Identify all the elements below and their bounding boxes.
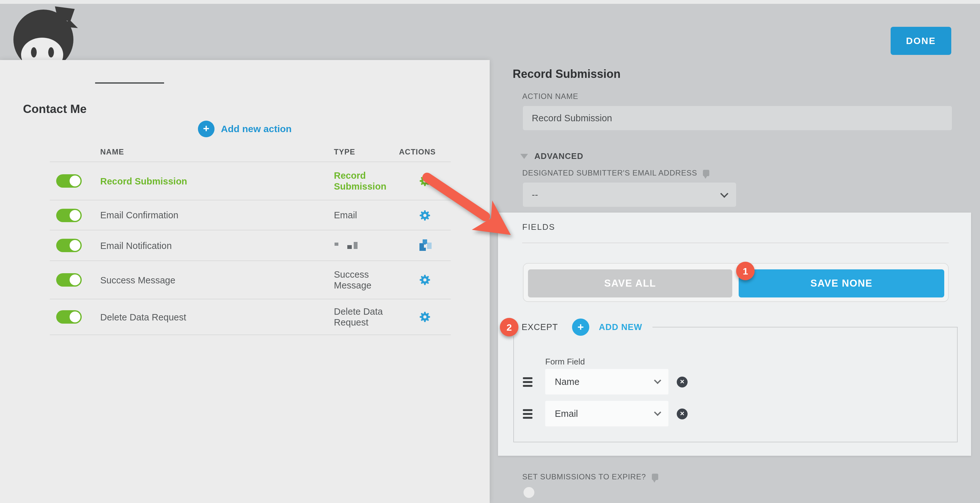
gear-icon[interactable]	[399, 210, 451, 221]
except-label: EXCEPT	[522, 322, 558, 332]
form-field-select[interactable]: Name	[545, 369, 668, 395]
advanced-label: ADVANCED	[535, 151, 583, 161]
drawer-title: Record Submission	[513, 68, 620, 81]
action-name: Email Notification	[100, 240, 334, 250]
chevron-down-icon	[654, 409, 662, 416]
action-name: Delete Data Request	[100, 312, 334, 322]
toggle-email-notification[interactable]	[56, 239, 82, 252]
gear-icon[interactable]	[399, 175, 451, 186]
expire-label: SET SUBMISSIONS TO EXPIRE?	[522, 472, 658, 481]
table-row-record-submission: Record Submission Record Submission	[50, 162, 451, 201]
drag-handle-icon[interactable]	[523, 409, 533, 419]
action-type: Delete Data Request	[334, 306, 399, 328]
action-name-input[interactable]: Record Submission	[523, 106, 952, 130]
annotation-badge-2: 2	[500, 318, 519, 336]
designated-submitter-select[interactable]: --	[523, 183, 736, 207]
help-tooltip-icon[interactable]	[703, 170, 709, 176]
add-new-except-button[interactable]: ADD NEW	[599, 322, 642, 332]
ninja-forms-logo	[13, 6, 78, 60]
form-title: Contact Me	[23, 102, 86, 116]
help-tooltip-icon[interactable]	[652, 474, 658, 480]
toggle-record-submission[interactable]	[56, 174, 82, 188]
actions-table: NAME TYPE ACTIONS Record Submission Reco…	[50, 142, 451, 335]
ninja-forms-builder: Form Fields Emails & Actions Advanced Co…	[0, 0, 980, 503]
column-header-name: NAME	[100, 147, 334, 156]
action-name: Record Submission	[100, 176, 334, 186]
caret-down-icon	[520, 153, 528, 159]
column-header-actions: ACTIONS	[399, 147, 451, 156]
action-type: Success Message	[334, 269, 399, 291]
plus-icon: +	[198, 120, 215, 137]
action-name-value: Record Submission	[532, 113, 612, 123]
column-header-type: TYPE	[334, 147, 399, 156]
fields-label: FIELDS	[522, 222, 555, 232]
divider	[522, 243, 949, 243]
save-all-button[interactable]: SAVE ALL	[528, 269, 732, 298]
actions-table-header: NAME TYPE ACTIONS	[50, 142, 451, 162]
form-field-value: Email	[555, 409, 655, 419]
remove-row-icon[interactable]: ✕	[677, 408, 687, 419]
plus-icon: +	[572, 318, 589, 336]
partial-gear-icon[interactable]	[399, 239, 451, 252]
done-button[interactable]: DONE	[891, 27, 951, 55]
action-name: Success Message	[100, 275, 334, 285]
chevron-down-icon	[720, 189, 728, 197]
table-row-email-confirmation: Email Confirmation Email	[50, 201, 451, 231]
action-type: Record Submission	[334, 170, 399, 192]
designated-submitter-value: --	[532, 189, 721, 200]
designated-submitter-label: DESIGNATED SUBMITTER'S EMAIL ADDRESS	[522, 169, 709, 177]
remove-row-icon[interactable]: ✕	[677, 376, 687, 387]
add-new-action-label: Add new action	[221, 123, 292, 134]
toggle-email-confirmation[interactable]	[56, 209, 82, 222]
top-strip	[0, 0, 980, 4]
action-name-label: ACTION NAME	[522, 92, 578, 101]
save-none-button[interactable]: SAVE NONE	[739, 269, 944, 298]
chevron-down-icon	[654, 377, 662, 384]
table-row-success-message: Success Message Success Message	[50, 261, 451, 299]
drag-handle-icon[interactable]	[523, 377, 533, 387]
action-name: Email Confirmation	[100, 210, 334, 220]
form-field-value: Name	[555, 377, 655, 387]
gear-icon[interactable]	[399, 274, 451, 285]
save-mode-group: SAVE ALL SAVE NONE	[523, 263, 949, 302]
except-legend: EXCEPT + ADD NEW	[499, 317, 652, 336]
table-row-delete-data-request: Delete Data Request Delete Data Request	[50, 299, 451, 335]
except-row-name: Name ✕	[523, 369, 687, 395]
annotation-badge-1: 1	[736, 262, 755, 280]
except-row-email: Email ✕	[523, 401, 687, 427]
advanced-section-toggle[interactable]: ADVANCED	[520, 151, 583, 161]
action-type-loading-glyphs	[334, 242, 399, 249]
gear-icon[interactable]	[399, 312, 451, 322]
toggle-success-message[interactable]	[56, 273, 82, 287]
toggle-delete-data-request[interactable]	[56, 310, 82, 324]
table-row-email-notification: Email Notification	[50, 231, 451, 261]
action-type: Email	[334, 210, 399, 221]
form-field-select[interactable]: Email	[545, 401, 668, 427]
add-new-action-button[interactable]: + Add new action	[198, 120, 292, 137]
active-tab-underline	[95, 82, 164, 84]
